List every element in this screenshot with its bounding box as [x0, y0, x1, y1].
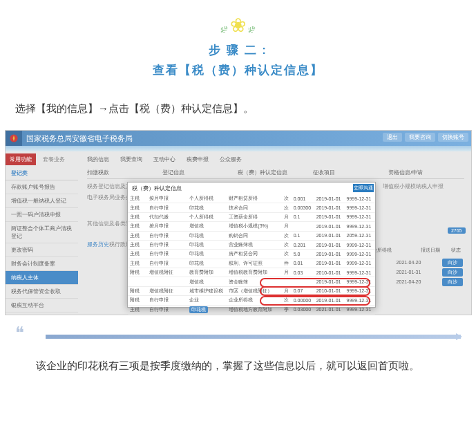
table-cell: 2010-01-01 [314, 268, 345, 277]
highlighted-cell: 印花税 [189, 306, 208, 313]
table-cell: 附税 [128, 296, 147, 305]
switch-button[interactable]: 切换账号 [438, 133, 468, 142]
table-cell: 月 [282, 222, 292, 231]
table-row: 主税自行申报印花税增值税地方教育附加季0.030002021-01-019999… [128, 305, 375, 314]
sidebar-item[interactable]: 增值税一般纳税人登记 [6, 194, 78, 208]
app-screenshot: 国家税务总局安徽省电子税务局 退出 我要咨询 切换账号 常用功能 套餐业务 登记… [5, 130, 472, 315]
summary-date: 2021-04-20 [392, 279, 426, 284]
table-cell: 主税 [128, 259, 147, 268]
table-cell: 件 [282, 259, 292, 268]
table-cell: 按月申报 [147, 222, 187, 231]
sidebar-tab-package[interactable]: 套餐业务 [39, 153, 69, 165]
table-cell: 企业所得税 [227, 296, 282, 305]
table-cell: 次 [282, 240, 292, 249]
table-cell: 附税 [128, 286, 147, 295]
summary-action-button[interactable]: 白沙 [442, 259, 463, 267]
section-reginfo: 登记信息 [162, 169, 238, 176]
table-cell: 0.1 [292, 231, 314, 240]
main-nav: 我的信息 我要查询 互动中心 税费申报 公众服务 [87, 156, 242, 163]
table-cell: 2019-01-01 [314, 250, 345, 259]
app-logo-icon [6, 131, 22, 146]
table-cell: 增值税附征 [147, 268, 187, 277]
summary-action-button[interactable]: 白沙 [442, 268, 463, 277]
sidebar-item[interactable]: 存款账户账号报告 [6, 180, 78, 194]
nav-query[interactable]: 我要查询 [120, 156, 142, 163]
table-cell: 9999-12-31 [345, 259, 375, 268]
table-cell: 0.201 [292, 240, 314, 249]
table-cell: 9999-12-31 [345, 296, 375, 305]
step-subtitle: 查看【税（费）种认定信息】 [0, 62, 476, 78]
table-cell: 增值税附征 [147, 314, 187, 315]
sidebar-item[interactable]: 一照一码户清税申报 [6, 208, 78, 222]
quote-section: ❝ 该企业的印花税有三项是按季度缴纳的，掌握了这些信息以后，就可以返回首页啦。 [15, 335, 461, 377]
sidebar-tab-common[interactable]: 常用功能 [6, 153, 36, 165]
table-cell: 2021-01-01 [314, 305, 345, 314]
table-cell: 9999-12-31 [345, 305, 375, 314]
table-cell: 增值税 [187, 277, 227, 286]
table-cell: 2059-12-31 [345, 231, 375, 240]
history-tab-active[interactable]: 服务历史 [87, 241, 109, 248]
table-cell: 2019-01-01 [314, 222, 345, 231]
nav-interact[interactable]: 互动中心 [153, 156, 175, 163]
table-cell: 9999-12-31 [345, 222, 375, 231]
table-cell: 技术合同 [227, 203, 282, 212]
table-cell [147, 277, 187, 286]
table-cell: 季 [282, 314, 292, 315]
table-cell: 2019-01-01 [314, 212, 345, 221]
sidebar-item[interactable]: 两证整合个体工商户清税登记 [6, 222, 78, 243]
summary-action-button[interactable]: 白沙 [442, 278, 463, 286]
table-cell: 增值税小规模(3%) [227, 222, 282, 231]
dialog-title: 税（费）种认定信息 [128, 183, 375, 194]
table-cell: 自行申报 [147, 250, 187, 259]
table-cell: 印花税 [187, 259, 227, 268]
consult-button[interactable]: 我要咨询 [405, 133, 435, 142]
table-cell: 9999-12-31 [345, 286, 375, 295]
section-withhold: 扣缴税款 [87, 169, 162, 176]
table-cell: 主税 [128, 231, 147, 240]
sidebar-item[interactable]: 更改密码 [6, 243, 78, 257]
table-cell: 建筑安装工程承包合同 [227, 314, 282, 315]
table-cell: 增值税附征 [147, 286, 187, 295]
table-cell [282, 277, 292, 286]
right-declaration-link[interactable]: 增值税小规模纳税人申报 [383, 183, 444, 190]
leaf-left-icon: ⸙ [221, 21, 227, 36]
table-cell: 城市维护建设税 [187, 286, 227, 295]
table-cell: 增值税地方教育附加 [227, 305, 282, 314]
count-badge: 2765 [448, 227, 466, 234]
table-row: 主税自行申报印花税购销合同次0.12019-01-012059-12-31 [128, 231, 375, 240]
table-cell: 2010-01-01 [314, 314, 345, 315]
section-taxtype: 税（费）种认定信息 [238, 169, 313, 176]
sidebar-section-taxpayer[interactable]: 纳税人主体 [6, 271, 78, 285]
nav-public[interactable]: 公众服务 [220, 156, 242, 163]
table-cell: 月 [282, 268, 292, 277]
instruction-text: 选择【我的信息】→点击【税（费）种认定信息】。 [15, 99, 461, 118]
nav-my-info[interactable]: 我的信息 [87, 156, 109, 163]
table-cell: 9999-12-31 [345, 203, 375, 212]
table-row: 主税自行申报印花税技术合同次0.003002019-01-019999-12-3… [128, 203, 375, 212]
sidebar-item[interactable]: 出口退（免）税企业备案 [6, 312, 78, 315]
step-number-title: 步 骤 二 : [0, 42, 476, 58]
sidebar-item[interactable]: 财务会计制度备案 [6, 257, 78, 271]
table-cell: 2010-01-01 [314, 286, 345, 295]
table-cell: 财产租赁所得 [227, 194, 282, 203]
table-cell: 市区（增值税附征） [227, 286, 282, 295]
sidebar-item[interactable]: 银税互动平台 [6, 299, 78, 312]
table-cell: 工资薪金所得 [227, 212, 282, 221]
nav-declare[interactable]: 税费申报 [187, 156, 209, 163]
table-cell: 主税 [128, 250, 147, 259]
table-cell: 自行申报 [147, 231, 187, 240]
table-cell: 0.07 [292, 286, 314, 295]
logout-button[interactable]: 退出 [383, 133, 402, 142]
table-cell: 0.01 [292, 259, 314, 268]
table-cell: 资金账簿 [227, 277, 282, 286]
right-col-header: 报送日期 [421, 247, 440, 254]
table-cell: 0.001 [292, 194, 314, 203]
dialog-close-button[interactable]: 立即沟通 [353, 184, 374, 192]
sidebar-item[interactable]: 税务代保管资金收取 [6, 285, 78, 299]
summary-date: 2021-01-31 [392, 270, 426, 274]
sidebar-section-registration: 登记类 [6, 165, 78, 180]
table-cell: 9999-12-31 [345, 268, 375, 277]
table-cell: 个人所得税 [187, 212, 227, 221]
table-cell: 2019-01-01 [314, 240, 345, 249]
tax-type-table: 主税按月申报个人所得税财产租赁所得次0.0012019-01-019999-12… [128, 194, 375, 315]
